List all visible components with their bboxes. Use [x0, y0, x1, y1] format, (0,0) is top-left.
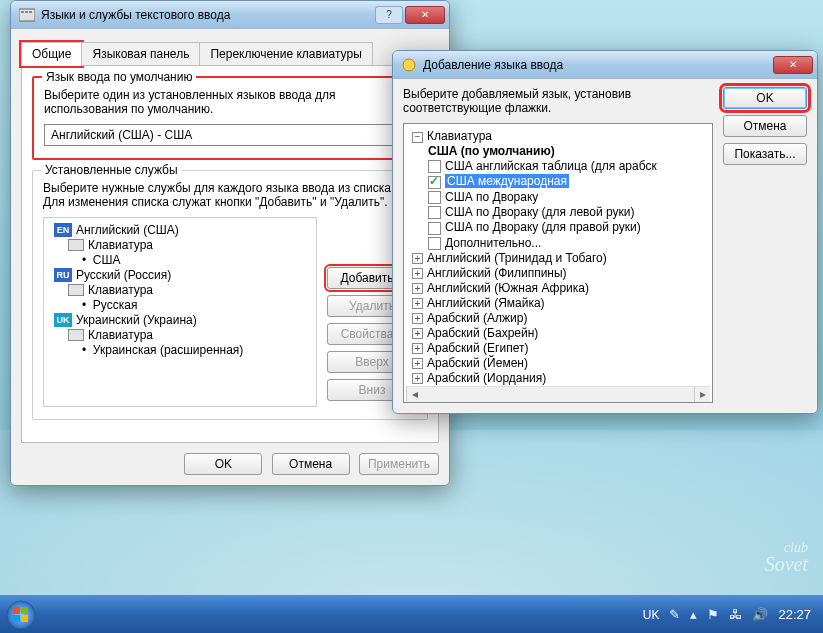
layout-checkbox-item[interactable]: США по Двораку — [428, 190, 710, 204]
expand-icon[interactable]: + — [412, 268, 423, 279]
checkbox[interactable] — [428, 206, 441, 219]
language-node[interactable]: +Арабский (Йемен) — [412, 356, 710, 370]
language-node[interactable]: +Арабский (Египет) — [412, 341, 710, 355]
language-node[interactable]: +Английский (Тринидад и Тобаго) — [412, 251, 710, 265]
language-badge: EN — [54, 223, 72, 237]
collapse-icon[interactable]: − — [412, 132, 423, 143]
tab-key-switch[interactable]: Переключение клавиатуры — [199, 42, 372, 66]
tray-flag-icon[interactable]: ⚑ — [707, 607, 719, 622]
svg-rect-6 — [13, 607, 20, 614]
installed-services-tree[interactable]: ENАнглийский (США)Клавиатура• СШАRUРусск… — [43, 217, 317, 407]
layout-item[interactable]: • Украинская (расширенная) — [82, 343, 312, 357]
layout-checkbox-item[interactable]: США по Двораку (для левой руки) — [428, 205, 710, 219]
group-desc: Выберите один из установленных языков вв… — [44, 88, 416, 116]
language-label: Арабский (Египет) — [427, 341, 528, 355]
tabs: Общие Языковая панель Переключение клави… — [21, 41, 439, 66]
taskbar[interactable]: UK ✎ ▴ ⚑ 🖧 🔊 22:27 — [0, 595, 823, 633]
language-badge: UK — [54, 313, 72, 327]
language-node[interactable]: +Английский (Южная Африка) — [412, 281, 710, 295]
cancel-button[interactable]: Отмена — [723, 115, 807, 137]
layout-checkbox-item[interactable]: США английская таблица (для арабск — [428, 159, 710, 173]
language-node[interactable]: +Английский (Филиппины) — [412, 266, 710, 280]
languages-dialog: Языки и службы текстового ввода ? ✕ Общи… — [10, 0, 450, 486]
ok-button[interactable]: OK — [184, 453, 262, 475]
language-node[interactable]: +Арабский (Иордания) — [412, 371, 710, 385]
language-label: Украинский (Украина) — [76, 313, 197, 327]
tree-node[interactable]: Клавиатура — [427, 129, 492, 143]
checkbox-label: США по Двораку (для левой руки) — [445, 205, 635, 219]
expand-icon[interactable]: + — [412, 253, 423, 264]
layout-item[interactable]: • Русская — [82, 298, 312, 312]
expand-icon[interactable]: + — [412, 358, 423, 369]
keyboard-icon — [68, 329, 84, 341]
language-node[interactable]: +Английский (Ямайка) — [412, 296, 710, 310]
checkbox[interactable] — [428, 237, 441, 250]
default-language-combo[interactable]: Английский (США) - США ▾ — [44, 124, 416, 146]
expand-icon[interactable]: + — [412, 283, 423, 294]
tab-general[interactable]: Общие — [21, 42, 82, 66]
checkbox[interactable] — [428, 191, 441, 204]
start-button[interactable] — [0, 596, 42, 634]
layout-checkbox-item[interactable]: Дополнительно... — [428, 236, 710, 250]
close-button[interactable]: ✕ — [773, 56, 813, 74]
horizontal-scrollbar[interactable]: ◂ ▸ — [406, 386, 710, 402]
window-title: Языки и службы текстового ввода — [41, 8, 375, 22]
checkbox[interactable] — [428, 222, 441, 235]
window-title: Добавление языка ввода — [423, 58, 773, 72]
scroll-right-icon[interactable]: ▸ — [694, 387, 710, 402]
tray-volume-icon[interactable]: 🔊 — [752, 607, 768, 622]
layout-item[interactable]: • США — [82, 253, 312, 267]
checkbox-label: США по Двораку — [445, 190, 538, 204]
language-label: Английский (США) — [76, 223, 179, 237]
language-node[interactable]: ENАнглийский (США)Клавиатура• США — [54, 223, 312, 267]
add-language-dialog: Добавление языка ввода ✕ Выберите добавл… — [392, 50, 818, 414]
keyboard-icon — [68, 239, 84, 251]
taskbar-clock[interactable]: 22:27 — [778, 607, 811, 622]
expand-icon[interactable]: + — [412, 343, 423, 354]
language-node[interactable]: +Арабский (Бахрейн) — [412, 326, 710, 340]
language-indicator[interactable]: UK — [643, 608, 660, 622]
tray-chevron-icon[interactable]: ▴ — [690, 607, 697, 622]
cancel-button[interactable]: Отмена — [272, 453, 350, 475]
language-badge: RU — [54, 268, 72, 282]
layout-checkbox-item[interactable]: США международная — [428, 174, 710, 188]
expand-icon[interactable]: + — [412, 373, 423, 384]
checkbox[interactable] — [428, 160, 441, 173]
close-button[interactable]: ✕ — [405, 6, 445, 24]
expand-icon[interactable]: + — [412, 298, 423, 309]
expand-icon[interactable]: + — [412, 328, 423, 339]
group-legend: Язык ввода по умолчанию — [42, 70, 196, 84]
apply-button[interactable]: Применить — [359, 453, 439, 475]
default-layout-node[interactable]: США (по умолчанию) — [428, 144, 555, 158]
ok-button[interactable]: OK — [723, 87, 807, 109]
tray-pen-icon[interactable]: ✎ — [669, 607, 680, 622]
language-node[interactable]: RUРусский (Россия)Клавиатура• Русская — [54, 268, 312, 312]
group-desc: Выберите нужные службы для каждого языка… — [43, 181, 417, 209]
language-label: Английский (Ямайка) — [427, 296, 545, 310]
language-label: Арабский (Йемен) — [427, 356, 528, 370]
keyboard-icon — [68, 284, 84, 296]
titlebar[interactable]: Языки и службы текстового ввода ? ✕ — [11, 1, 449, 29]
language-node[interactable]: +Арабский (Алжир) — [412, 311, 710, 325]
language-tree[interactable]: −КлавиатураСША (по умолчанию)США английс… — [403, 123, 713, 403]
checkbox-label: США по Двораку (для правой руки) — [445, 220, 641, 234]
tab-language-bar[interactable]: Языковая панель — [81, 42, 200, 66]
language-node[interactable]: UKУкраинский (Украина)Клавиатура• Украин… — [54, 313, 312, 357]
svg-rect-0 — [19, 9, 35, 21]
watermark: club Sovet — [765, 542, 808, 573]
language-label: Арабский (Бахрейн) — [427, 326, 538, 340]
app-icon — [401, 57, 417, 73]
show-button[interactable]: Показать... — [723, 143, 807, 165]
svg-rect-9 — [21, 615, 28, 622]
tray-network-icon[interactable]: 🖧 — [729, 607, 742, 622]
help-button[interactable]: ? — [375, 6, 403, 24]
checkbox[interactable] — [428, 176, 441, 189]
language-label: Английский (Южная Африка) — [427, 281, 589, 295]
language-label: Английский (Филиппины) — [427, 266, 567, 280]
expand-icon[interactable]: + — [412, 313, 423, 324]
combo-value: Английский (США) - США — [45, 128, 397, 142]
layout-checkbox-item[interactable]: США по Двораку (для правой руки) — [428, 220, 710, 234]
titlebar[interactable]: Добавление языка ввода ✕ — [393, 51, 817, 79]
scroll-left-icon[interactable]: ◂ — [406, 387, 422, 402]
checkbox-label: США английская таблица (для арабск — [445, 159, 657, 173]
